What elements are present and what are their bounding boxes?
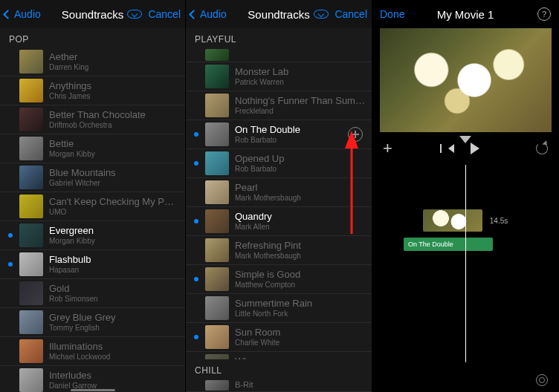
track-meta: IlluminationsMichael Lockwood: [49, 341, 179, 362]
track-row[interactable]: Blue MountainsGabriel Witcher: [0, 163, 185, 192]
download-indicator-col: [7, 233, 13, 238]
track-meta: On The DoubleRob Barbato: [235, 124, 342, 146]
track-meta: Refreshing PintMark Mothersbaugh: [235, 240, 366, 261]
track-row[interactable]: IlluminationsMichael Lockwood: [0, 337, 185, 366]
track-list[interactable]: AetherDarren KingAnythingsChris JamesBet…: [0, 48, 185, 392]
settings-icon[interactable]: [536, 374, 548, 386]
soundtracks-panel-playful: Audio Soundtracks Cancel PLAYFUL Monster…: [186, 0, 372, 392]
track-artist: Rob Simonsen: [49, 295, 179, 304]
downloaded-dot-icon: [8, 233, 13, 238]
download-indicator-col: [193, 219, 199, 223]
back-label: Audio: [200, 8, 227, 20]
track-meta: Opened UpRob Barbato: [235, 153, 366, 174]
cloud-download-icon[interactable]: [314, 10, 329, 19]
track-meta: Better Than ChocolateDriftmob Orchestra: [49, 109, 179, 131]
track-row[interactable]: AetherDarren King: [0, 48, 185, 76]
track-artist: UMO: [49, 208, 179, 217]
track-artist: Tommy English: [49, 324, 179, 333]
chevron-left-icon: [3, 10, 13, 19]
track-title: Simple is Good: [235, 269, 366, 281]
section-header-pop: POP: [0, 28, 185, 48]
nav-bar: Audio Soundtracks Cancel: [186, 0, 372, 28]
track-artwork: [205, 65, 229, 88]
track-row[interactable]: AnythingsChris James: [0, 76, 185, 105]
track-artist: Chris James: [49, 92, 179, 101]
track-row[interactable]: Monster LabPatrick Warren: [186, 62, 372, 91]
timeline[interactable]: 14.5s On The Double: [372, 165, 558, 392]
downloaded-dot-icon: [194, 132, 198, 137]
track-artwork: [19, 79, 43, 102]
track-artist: Mark Allen: [235, 223, 366, 232]
track-row[interactable]: Simple is GoodMatthew Compton: [186, 265, 372, 294]
track-title: Can't Keep Checking My Phone: [49, 196, 179, 208]
editor-panel: Done My Movie 1 ? + 14.5s On The Double: [372, 0, 559, 392]
download-indicator-col: [193, 335, 199, 339]
back-button[interactable]: Audio: [4, 8, 41, 20]
track-row[interactable]: Summertime RainLittle North Fork: [186, 294, 372, 323]
play-icon[interactable]: [471, 143, 479, 154]
video-clip[interactable]: [423, 209, 482, 232]
track-artwork: [19, 281, 43, 305]
track-row[interactable]: Can't Keep Checking My PhoneUMO: [0, 192, 185, 221]
chevron-left-icon: [189, 10, 198, 19]
cancel-button[interactable]: Cancel: [335, 8, 367, 20]
track-row[interactable]: PearlMark Mothersbaugh: [186, 178, 372, 207]
track-row[interactable]: EvergreenMorgan Kibby: [0, 221, 185, 250]
track-title: Grey Blue Grey: [49, 312, 179, 324]
skip-back-icon[interactable]: [448, 144, 454, 153]
cancel-button[interactable]: Cancel: [148, 8, 181, 20]
track-artist: Driftmob Orchestra: [49, 121, 179, 130]
track-artist: Rob Barbato: [235, 165, 366, 174]
track-row[interactable]: Refreshing PintMark Mothersbaugh: [186, 236, 372, 265]
track-row[interactable]: GoldRob Simonsen: [0, 279, 185, 308]
undo-icon[interactable]: [536, 143, 548, 154]
track-row-partial[interactable]: [186, 48, 372, 62]
track-title: Flashbulb: [49, 254, 179, 266]
track-row[interactable]: QuandryMark Allen: [186, 207, 372, 236]
add-media-button[interactable]: +: [383, 140, 392, 157]
track-row[interactable]: Nothing's Funner Than Summ…Freckleland: [186, 91, 372, 120]
track-meta: Summertime RainLittle North Fork: [235, 298, 366, 319]
track-row[interactable]: BettieMorgan Kibby: [0, 134, 185, 163]
back-button[interactable]: Audio: [190, 8, 227, 20]
track-artist: Mark Mothersbaugh: [235, 252, 366, 261]
download-indicator-col: [193, 132, 199, 137]
downloaded-dot-icon: [194, 335, 198, 339]
track-meta: Monster LabPatrick Warren: [235, 66, 366, 88]
clip-duration: 14.5s: [490, 217, 508, 225]
track-row[interactable]: InterludesDaniel Garrow: [0, 366, 185, 392]
track-meta: AetherDarren King: [49, 51, 179, 73]
track-artist: Morgan Kibby: [49, 150, 179, 159]
track-meta: Blue MountainsGabriel Witcher: [49, 167, 179, 189]
track-meta: FlashbulbHapasan: [49, 254, 179, 275]
track-title: Evergreen: [49, 225, 179, 237]
section-header-chill: CHILL: [186, 359, 372, 379]
track-row[interactable]: WhyFreckleland: [186, 352, 372, 359]
playhead-marker-icon: [459, 136, 471, 143]
track-title: Aether: [49, 51, 179, 63]
track-artwork: [19, 339, 43, 363]
track-title: Gold: [49, 283, 179, 295]
add-track-button[interactable]: [348, 127, 363, 142]
track-meta: Can't Keep Checking My PhoneUMO: [49, 196, 179, 218]
video-preview[interactable]: [380, 28, 552, 132]
track-row[interactable]: FlashbulbHapasan: [0, 250, 185, 279]
track-row[interactable]: On The DoubleRob Barbato: [186, 120, 372, 149]
track-meta: GoldRob Simonsen: [49, 283, 179, 304]
track-row[interactable]: Grey Blue GreyTommy English: [0, 308, 185, 337]
track-list[interactable]: Monster LabPatrick WarrenNothing's Funne…: [186, 62, 372, 359]
done-button[interactable]: Done: [380, 8, 404, 20]
track-meta: AnythingsChris James: [49, 80, 179, 102]
track-row[interactable]: Opened UpRob Barbato: [186, 149, 372, 178]
download-indicator-col: [193, 161, 199, 166]
cloud-download-icon[interactable]: [127, 10, 142, 19]
track-meta: Sun RoomCharlie White: [235, 327, 366, 348]
track-title: Illuminations: [49, 341, 179, 353]
help-icon[interactable]: ?: [537, 7, 551, 21]
track-artwork: [205, 267, 229, 291]
track-row[interactable]: Better Than ChocolateDriftmob Orchestra: [0, 105, 185, 134]
track-artwork: [19, 195, 43, 218]
audio-clip[interactable]: On The Double: [404, 238, 493, 251]
track-row[interactable]: Sun RoomCharlie White: [186, 323, 372, 352]
track-row-partial[interactable]: B-Rit: [186, 379, 372, 392]
